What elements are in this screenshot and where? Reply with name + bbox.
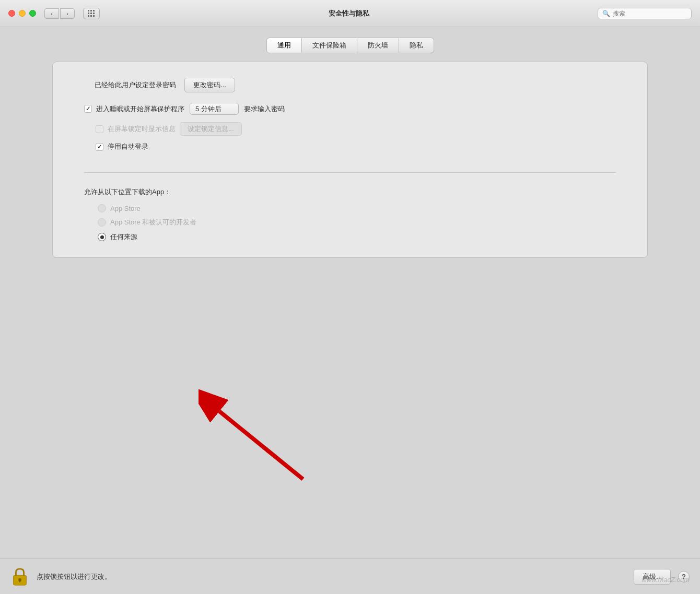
sleep-checkbox[interactable]	[84, 105, 92, 113]
bottom-bar: 点按锁按钮以进行更改。 高级... ?	[0, 559, 700, 594]
grid-button[interactable]	[83, 8, 100, 19]
sleep-label: 进入睡眠或开始屏幕保护程序	[96, 104, 184, 114]
search-icon: 🔍	[602, 10, 610, 17]
radio-appstore[interactable]	[98, 204, 106, 212]
require-password-label: 要求输入密码	[244, 104, 285, 114]
tab-general[interactable]: 通用	[266, 38, 302, 53]
allow-download-label: 允许从以下位置下载的App：	[84, 187, 616, 197]
tabs: 通用 文件保险箱 防火墙 隐私	[266, 38, 434, 53]
panel-wrapper: 已经给此用户设定登录密码 更改密码... 进入睡眠或开始屏幕保护程序 立即 1 …	[52, 62, 648, 258]
sleep-checkbox-item: 进入睡眠或开始屏幕保护程序	[84, 104, 184, 114]
watermark: www.MacZ.com	[641, 576, 690, 584]
bottom-label: 点按锁按钮以进行更改。	[37, 572, 626, 581]
search-input[interactable]	[613, 10, 686, 17]
radio-item-appstore-developers: App Store 和被认可的开发者	[98, 218, 616, 227]
svg-line-1	[219, 411, 303, 479]
password-row: 已经给此用户设定登录密码 更改密码...	[95, 78, 616, 92]
lock-screen-checkbox[interactable]	[96, 125, 103, 133]
radio-item-anywhere: 任何来源	[98, 232, 616, 242]
divider	[84, 172, 616, 173]
traffic-lights	[8, 10, 36, 17]
lock-icon-container[interactable]	[10, 567, 29, 586]
settings-panel: 已经给此用户设定登录密码 更改密码... 进入睡眠或开始屏幕保护程序 立即 1 …	[52, 62, 648, 258]
password-label: 已经给此用户设定登录密码	[95, 80, 176, 90]
main-content: 通用 文件保险箱 防火墙 隐私 已经给此用户设定登录密码 更改密码... 进入睡…	[0, 27, 700, 559]
tab-firewall[interactable]: 防火墙	[357, 38, 399, 53]
back-button[interactable]: ‹	[44, 8, 59, 19]
dropdown-wrapper: 立即 1 分钟后 5 分钟后 15 分钟后	[190, 103, 239, 115]
sleep-row: 进入睡眠或开始屏幕保护程序 立即 1 分钟后 5 分钟后 15 分钟后 要求输入…	[84, 103, 616, 115]
auto-login-label: 停用自动登录	[108, 142, 148, 151]
radio-anywhere[interactable]	[98, 233, 106, 241]
lock-screen-label: 在屏幕锁定时显示信息	[108, 124, 176, 134]
auto-login-row: 停用自动登录	[96, 142, 616, 151]
maximize-button[interactable]	[29, 10, 36, 17]
radio-label-anywhere: 任何来源	[110, 232, 137, 242]
radio-label-appstore: App Store	[110, 205, 141, 212]
titlebar: ‹ › 安全性与隐私 🔍	[0, 0, 700, 27]
auto-login-checkbox[interactable]	[96, 143, 103, 151]
radio-group: App Store App Store 和被认可的开发者 任何来源	[98, 204, 616, 242]
set-lock-info-button[interactable]: 设定锁定信息...	[180, 122, 242, 136]
lock-icon	[12, 567, 28, 586]
close-button[interactable]	[8, 10, 15, 17]
annotation-arrow	[199, 380, 334, 484]
radio-item-appstore: App Store	[98, 204, 616, 212]
radio-label-appstore-developers: App Store 和被认可的开发者	[110, 218, 196, 227]
grid-icon	[88, 10, 95, 17]
forward-button[interactable]: ›	[60, 8, 75, 19]
tab-privacy[interactable]: 隐私	[399, 38, 434, 53]
minimize-button[interactable]	[19, 10, 26, 17]
lock-screen-row: 在屏幕锁定时显示信息 设定锁定信息...	[96, 122, 616, 136]
allow-download-section: 允许从以下位置下载的App： App Store App Store 和被认可的…	[84, 187, 616, 242]
tab-filevault[interactable]: 文件保险箱	[302, 38, 357, 53]
change-password-button[interactable]: 更改密码...	[184, 78, 235, 92]
search-box[interactable]: 🔍	[598, 8, 692, 19]
window-title: 安全性与隐私	[104, 9, 593, 18]
radio-appstore-developers[interactable]	[98, 218, 106, 227]
nav-buttons: ‹ ›	[44, 8, 75, 19]
sleep-duration-dropdown[interactable]: 立即 1 分钟后 5 分钟后 15 分钟后	[190, 103, 239, 115]
